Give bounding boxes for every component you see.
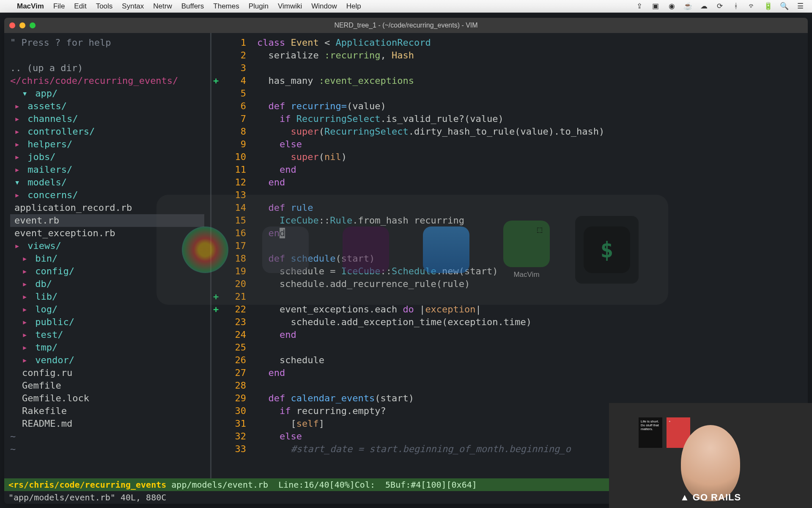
nerdtree-file[interactable]: config.ru (10, 367, 204, 379)
menubar-appname[interactable]: MacVim (17, 2, 44, 11)
spotlight-icon[interactable]: 🔍 (780, 2, 788, 11)
close-button[interactable] (9, 22, 15, 28)
code-line[interactable]: event_exceptions.each do |exception| (257, 303, 801, 316)
app-switcher-tile-iterm[interactable]: $ (575, 216, 639, 284)
code-line[interactable] (257, 62, 801, 75)
chevron-right-icon[interactable]: ▸ (14, 138, 22, 151)
nerdtree-dir[interactable]: ▸ log/ (10, 303, 204, 316)
app-switcher-tile-finder[interactable] (414, 216, 478, 284)
app-switcher-tile-chrome[interactable] (173, 216, 237, 284)
menu-file[interactable]: File (53, 2, 65, 11)
chevron-right-icon[interactable]: ▸ (14, 100, 22, 113)
code-line[interactable]: schedule.add_exception_time(exception.ti… (257, 316, 801, 329)
chevron-right-icon[interactable]: ▸ (22, 303, 30, 316)
chevron-right-icon[interactable]: ▸ (22, 265, 30, 278)
minimize-button[interactable] (19, 22, 25, 28)
code-line[interactable]: super(RecurringSelect.dirty_hash_to_rule… (257, 125, 801, 138)
titlebar[interactable]: NERD_tree_1 - (~/code/recurring_events) … (4, 18, 808, 33)
nerdtree-file[interactable]: Gemfile.lock (10, 392, 204, 405)
nerdtree-dir[interactable]: ▸ mailers/ (10, 163, 204, 176)
code-line[interactable] (257, 379, 801, 392)
nerdtree-file[interactable]: README.md (10, 417, 204, 430)
code-line[interactable]: serialize :recurring, Hash (257, 49, 801, 62)
code-line[interactable] (257, 87, 801, 100)
menu-themes[interactable]: Themes (213, 2, 239, 11)
code-line[interactable]: end (257, 329, 801, 341)
chevron-right-icon[interactable]: ▸ (14, 189, 22, 202)
caffeine-icon[interactable]: ☕ (683, 2, 692, 11)
nerdtree-dir[interactable]: ▸ public/ (10, 316, 204, 329)
nerdtree-dir[interactable]: ▾ models/ (10, 176, 204, 189)
nerdtree-dir[interactable]: ▸ jobs/ (10, 151, 204, 163)
code-line[interactable]: schedule (257, 354, 801, 367)
nerdtree-updir[interactable]: .. (up a dir) (10, 62, 204, 75)
menu-netrw[interactable]: Netrw (153, 2, 172, 11)
chevron-right-icon[interactable]: ▸ (14, 163, 22, 176)
chevron-right-icon[interactable]: ▸ (14, 240, 22, 252)
chevron-right-icon[interactable]: ▸ (22, 354, 30, 367)
menu-tools[interactable]: Tools (96, 2, 113, 11)
code-token: #start_date = start.beginning_of_month.b… (257, 444, 571, 454)
battery-icon[interactable]: 🔋 (764, 2, 772, 11)
chevron-right-icon[interactable]: ▸ (22, 329, 30, 341)
code-token (257, 126, 291, 137)
chevron-right-icon[interactable]: ▸ (14, 113, 22, 125)
hamburger-icon[interactable]: ☰ (796, 2, 804, 11)
chevron-right-icon[interactable]: ▸ (22, 341, 30, 354)
menu-help[interactable]: Help (346, 2, 361, 11)
code-line[interactable]: def recurring=(value) (257, 100, 801, 113)
nerdtree-dir[interactable]: ▸ channels/ (10, 113, 204, 125)
chevron-right-icon[interactable]: ▸ (22, 252, 30, 265)
code-line[interactable]: end (257, 163, 801, 176)
cloudsync-icon[interactable]: ◉ (667, 2, 676, 11)
nerdtree-file[interactable]: Gemfile (10, 379, 204, 392)
code-token: value (352, 101, 380, 111)
bluetooth-icon[interactable]: ᚼ (732, 2, 740, 11)
nerdtree-dir[interactable]: ▸ vendor/ (10, 354, 204, 367)
code-token: ) (341, 152, 347, 162)
code-line[interactable]: end (257, 367, 801, 379)
video-icon[interactable]: ▣ (651, 2, 660, 11)
zoom-button[interactable] (30, 22, 36, 28)
code-line[interactable]: has_many :event_exceptions (257, 75, 801, 87)
menu-syntax[interactable]: Syntax (122, 2, 144, 11)
nerdtree-dir[interactable]: ▸ controllers/ (10, 125, 204, 138)
menu-window[interactable]: Window (311, 2, 337, 11)
line-number: 23 (211, 316, 246, 329)
app-switcher-tile-notes[interactable] (254, 216, 317, 284)
menu-vimwiki[interactable]: Vimwiki (278, 2, 302, 11)
menu-buffers[interactable]: Buffers (181, 2, 204, 11)
menubar-tray: ⇪ ▣ ◉ ☕ ☁ ⟳ ᚼ ᯤ 🔋 🔍 ☰ (635, 2, 804, 11)
chevron-right-icon[interactable]: ▸ (22, 290, 30, 303)
menu-plugin[interactable]: Plugin (249, 2, 269, 11)
app-switcher-overlay[interactable]: MacVim$ (156, 195, 668, 305)
chevron-right-icon[interactable]: ▸ (14, 125, 22, 138)
nerdtree-file[interactable]: Rakefile (10, 405, 204, 417)
chevron-down-icon[interactable]: ▾ (14, 176, 22, 189)
wifi-icon[interactable]: ᯤ (748, 2, 756, 11)
nerdtree-root[interactable]: </chris/code/recurring_events/ (10, 75, 204, 87)
nerdtree-dir[interactable]: ▸ assets/ (10, 100, 204, 113)
code-line[interactable]: class Event < ApplicationRecord (257, 36, 801, 49)
nerdtree-dir[interactable]: ▸ test/ (10, 329, 204, 341)
cloud-icon[interactable]: ☁ (700, 2, 708, 11)
chevron-down-icon[interactable]: ▾ (22, 87, 30, 100)
code-token: .dirty_hash_to_rule(value).to_hash (409, 126, 599, 137)
menu-edit[interactable]: Edit (74, 2, 86, 11)
chevron-right-icon[interactable]: ▸ (14, 151, 22, 163)
code-line[interactable]: else (257, 138, 801, 151)
app-switcher-tile-macvim[interactable]: MacVim (495, 216, 558, 284)
app-switcher-tile-slack[interactable] (334, 216, 398, 284)
chevron-right-icon[interactable]: ▸ (22, 278, 30, 290)
dropbox-icon[interactable]: ⇪ (635, 2, 644, 11)
code-line[interactable]: if RecurringSelect.is_valid_rule?(value) (257, 113, 801, 125)
traffic-lights (9, 22, 36, 28)
nerdtree-dir[interactable]: ▸ helpers/ (10, 138, 204, 151)
nerdtree-dir[interactable]: ▾ app/ (10, 87, 204, 100)
nerdtree-dir[interactable]: ▸ tmp/ (10, 341, 204, 354)
sync-icon[interactable]: ⟳ (716, 2, 724, 11)
code-line[interactable]: super(nil) (257, 151, 801, 163)
code-line[interactable]: end (257, 176, 801, 189)
code-line[interactable] (257, 341, 801, 354)
chevron-right-icon[interactable]: ▸ (22, 316, 30, 329)
